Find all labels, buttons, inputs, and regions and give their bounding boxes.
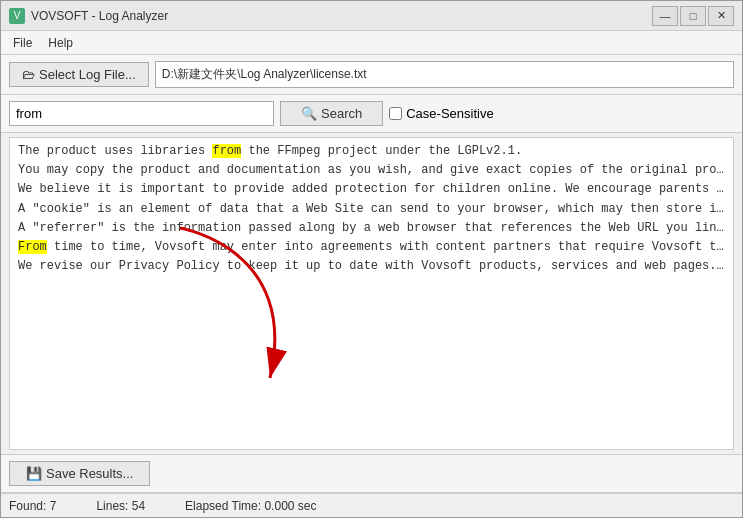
window-title: VOVSOFT - Log Analyzer — [31, 9, 168, 23]
select-log-file-button[interactable]: 🗁 Select Log File... — [9, 62, 149, 87]
title-bar-left: V VOVSOFT - Log Analyzer — [9, 8, 168, 24]
menu-help[interactable]: Help — [40, 34, 81, 52]
search-icon: 🔍 — [301, 106, 317, 121]
search-input[interactable] — [9, 101, 274, 126]
log-line-2: We believe it is important to provide ad… — [18, 180, 725, 199]
minimize-button[interactable]: — — [652, 6, 678, 26]
save-results-button[interactable]: 💾 Save Results... — [9, 461, 150, 486]
close-button[interactable]: ✕ — [708, 6, 734, 26]
status-bar: Found: 7 Lines: 54 Elapsed Time: 0.000 s… — [1, 493, 742, 517]
menu-file[interactable]: File — [5, 34, 40, 52]
search-bar: 🔍 Search Case-Sensitive — [1, 95, 742, 133]
main-window: V VOVSOFT - Log Analyzer — □ ✕ File Help… — [0, 0, 743, 518]
file-path-display: D:\新建文件夹\Log Analyzer\license.txt — [155, 61, 734, 88]
search-button[interactable]: 🔍 Search — [280, 101, 383, 126]
save-bar: 💾 Save Results... — [1, 454, 742, 493]
lines-count: Lines: 54 — [96, 499, 145, 513]
log-line-3: A "cookie" is an element of data that a … — [18, 200, 725, 219]
search-button-label: Search — [321, 106, 362, 121]
log-line-5: From time to time, Vovsoft may enter int… — [18, 238, 725, 257]
log-content: The product uses libraries from the FFmp… — [18, 142, 725, 276]
maximize-button[interactable]: □ — [680, 6, 706, 26]
log-line-6: We revise our Privacy Policy to keep it … — [18, 257, 725, 276]
log-content-area[interactable]: The product uses libraries from the FFmp… — [9, 137, 734, 450]
menu-bar: File Help — [1, 31, 742, 55]
save-button-label: Save Results... — [46, 466, 133, 481]
case-sensitive-label[interactable]: Case-Sensitive — [389, 106, 493, 121]
found-count: Found: 7 — [9, 499, 56, 513]
select-button-label: Select Log File... — [39, 67, 136, 82]
log-line-1: You may copy the product and documentati… — [18, 161, 725, 180]
toolbar: 🗁 Select Log File... D:\新建文件夹\Log Analyz… — [1, 55, 742, 95]
elapsed-time: Elapsed Time: 0.000 sec — [185, 499, 316, 513]
save-icon: 💾 — [26, 466, 42, 481]
case-sensitive-checkbox[interactable] — [389, 107, 402, 120]
log-line-4: A "referrer" is the information passed a… — [18, 219, 725, 238]
folder-icon: 🗁 — [22, 67, 35, 82]
app-icon: V — [9, 8, 25, 24]
log-line-0: The product uses libraries from the FFmp… — [18, 142, 725, 161]
window-controls: — □ ✕ — [652, 6, 734, 26]
title-bar: V VOVSOFT - Log Analyzer — □ ✕ — [1, 1, 742, 31]
